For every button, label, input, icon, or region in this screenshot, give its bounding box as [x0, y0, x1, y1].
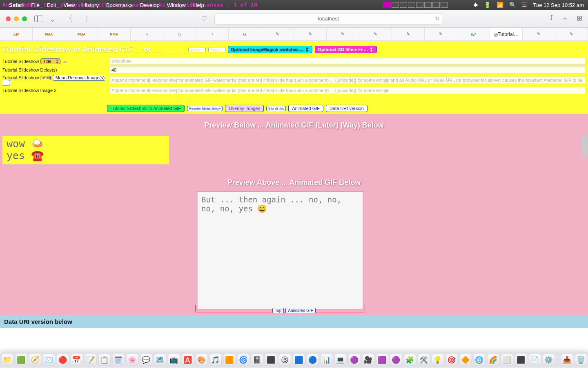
reorder-button[interactable]: Reorder Slides Below — [187, 106, 223, 111]
dock-app-podcasts[interactable]: 🟣 — [390, 354, 402, 366]
menubar-extra-slot[interactable] — [432, 2, 440, 8]
dock-app[interactable]: 💻 — [334, 354, 347, 366]
dock-app[interactable]: Ⓑ — [279, 354, 291, 366]
fav-tab[interactable]: ✎ — [392, 28, 425, 40]
menu-history[interactable]: History — [82, 2, 98, 8]
data-uri-link[interactable]: Data URI version — [326, 105, 368, 112]
minimize-window-button[interactable] — [14, 16, 19, 21]
video-browse-button[interactable]: Video … — [208, 47, 225, 52]
dock-app-notes[interactable]: 📝 — [85, 354, 97, 366]
menu-help[interactable]: Help — [193, 2, 204, 8]
menubar-clock[interactable]: Tue 12 Sep 10:52 am — [533, 2, 584, 8]
dock-app-terminal[interactable]: ⬛ — [515, 354, 527, 366]
menu-develop[interactable]: Develop — [140, 2, 160, 8]
dock-app-maps[interactable]: 🗺️ — [154, 354, 166, 366]
fav-tab[interactable]: ⭐︎ — [131, 28, 163, 40]
fav-tab[interactable]: ✎ — [425, 28, 457, 40]
dock-app[interactable]: 🟣 — [348, 354, 361, 366]
dock-trash[interactable]: 🗑️ — [575, 354, 587, 366]
fav-tab[interactable]: G — [229, 28, 261, 40]
dock-app[interactable]: ⬜ — [501, 354, 513, 366]
menu-edit[interactable]: Edit — [47, 2, 56, 8]
fav-tab[interactable]: ✎ — [359, 28, 392, 40]
fav-tab[interactable]: ✎ — [555, 28, 588, 40]
dock-app[interactable]: 🟦 — [293, 354, 305, 366]
menubar-extra-slot[interactable] — [408, 2, 415, 8]
dock-app-settings[interactable]: ⚙️ — [543, 354, 555, 366]
menubar-extra-slot[interactable] — [400, 2, 407, 8]
fav-tab[interactable]: ✎ — [294, 28, 327, 40]
forward-button[interactable]: 〉 — [83, 13, 94, 24]
gd-filters-select[interactable]: Optional GD filters++ ... ▲▼ — [315, 46, 376, 53]
dock-app[interactable]: 🛠️ — [418, 354, 430, 366]
animated-gif-link[interactable]: Animated GIF — [288, 105, 323, 112]
wifi-icon[interactable]: 📶 — [497, 2, 503, 8]
overlay-button[interactable]: Overlay Images — [225, 105, 264, 112]
bluetooth-icon[interactable]: ✱ — [473, 2, 478, 8]
dock-app[interactable]: 🔶 — [459, 354, 472, 366]
menubar-extra-slot[interactable] — [416, 2, 423, 8]
bits-button[interactable]: 8 to all bits — [266, 106, 286, 111]
dock-app[interactable]: 🟪 — [376, 354, 388, 366]
fav-tab[interactable]: ✎ — [261, 28, 294, 40]
dock-app-reminders[interactable]: 📋 — [98, 354, 111, 366]
fav-tab[interactable]: ✎ — [523, 28, 555, 40]
dock-app[interactable]: 🧩 — [404, 354, 416, 366]
chevron-down-icon[interactable]: ⌄ — [47, 14, 58, 24]
dock-app[interactable]: 🌐 — [473, 354, 486, 366]
fav-tab[interactable]: ◎ — [163, 28, 196, 40]
dock-app-appstore[interactable]: 🅰️ — [182, 354, 194, 366]
image1-input[interactable] — [109, 76, 586, 84]
dock-app-zoom[interactable]: 🎥 — [362, 354, 374, 366]
menubar-extra-slot[interactable] — [392, 2, 399, 8]
fav-tab[interactable]: cP — [0, 28, 33, 40]
delay-input[interactable] — [109, 66, 586, 74]
fav-tab[interactable]: PMA — [98, 28, 131, 40]
fav-tab[interactable]: ✎ — [327, 28, 359, 40]
zoom-window-button[interactable] — [22, 16, 27, 21]
dock-app[interactable]: 🟧 — [223, 354, 236, 366]
dock-app[interactable]: 📄 — [529, 354, 541, 366]
dock-app[interactable]: 🗓️ — [112, 354, 125, 366]
menu-app[interactable]: Safari — [9, 2, 24, 8]
fav-tab[interactable]: w³ — [457, 28, 490, 40]
dock-app[interactable]: 🎯 — [445, 354, 458, 366]
privacy-shield-icon[interactable]: 🛡︎ — [201, 15, 208, 22]
dock-app[interactable]: 🎨 — [196, 354, 208, 366]
address-bar[interactable]: localhost ↻ — [214, 13, 443, 25]
dock-app[interactable]: 🔵 — [307, 354, 319, 366]
dock-app-tv[interactable]: 📺 — [168, 354, 180, 366]
dock-app[interactable]: ⬛ — [265, 354, 277, 366]
slideshow-title-input[interactable] — [109, 57, 586, 65]
cloud-icon[interactable]: ☁︎ — [62, 58, 67, 64]
sidebar-toggle-icon[interactable] — [34, 16, 43, 22]
dock-app-mail[interactable]: ✉️ — [43, 354, 55, 366]
imagemagick-switches-select[interactable]: Optional ImageMagick switches ... ▲▼ — [228, 46, 312, 53]
top-link[interactable]: Top — [272, 308, 284, 313]
new-tab-icon[interactable]: ＋ — [561, 14, 568, 23]
menu-bookmarks[interactable]: Bookmarks — [106, 2, 133, 8]
tab-overview-icon[interactable]: ⊞ — [577, 14, 582, 23]
dock-downloads[interactable]: 📥 — [561, 354, 573, 366]
image2-input[interactable] — [109, 87, 586, 94]
close-window-button[interactable] — [6, 16, 11, 21]
dock-app-photos[interactable]: 🌸 — [126, 354, 138, 366]
menu-window[interactable]: Window — [167, 2, 186, 8]
dock-app[interactable]: 🔴 — [57, 354, 69, 366]
menu-view[interactable]: View — [64, 2, 75, 8]
menu-file[interactable]: File — [31, 2, 40, 8]
menubar-extra-slot[interactable] — [441, 2, 448, 8]
fav-tab-active[interactable]: ◎ Tutorial… — [490, 28, 523, 40]
spotlight-icon[interactable]: 🔍 — [509, 2, 516, 8]
fav-tab[interactable]: ⭐︎ — [196, 28, 229, 40]
dock-app[interactable]: 💡 — [432, 354, 444, 366]
submit-button[interactable]: Tutorial Slideshow to Animated GIF — [107, 105, 185, 112]
dock-app[interactable]: 🟩 — [15, 354, 27, 366]
menubar-extra-magenta[interactable] — [383, 2, 391, 8]
fav-tab[interactable]: PMA — [65, 28, 98, 40]
reload-icon[interactable]: ↻ — [435, 16, 439, 22]
dock-app-music[interactable]: 🎵 — [209, 354, 222, 366]
dock-app-safari[interactable]: 🧭 — [29, 354, 41, 366]
title-select[interactable]: Title ▲▼ — [40, 58, 60, 64]
dock-app-filezilla[interactable]: 🌀 — [237, 354, 249, 366]
